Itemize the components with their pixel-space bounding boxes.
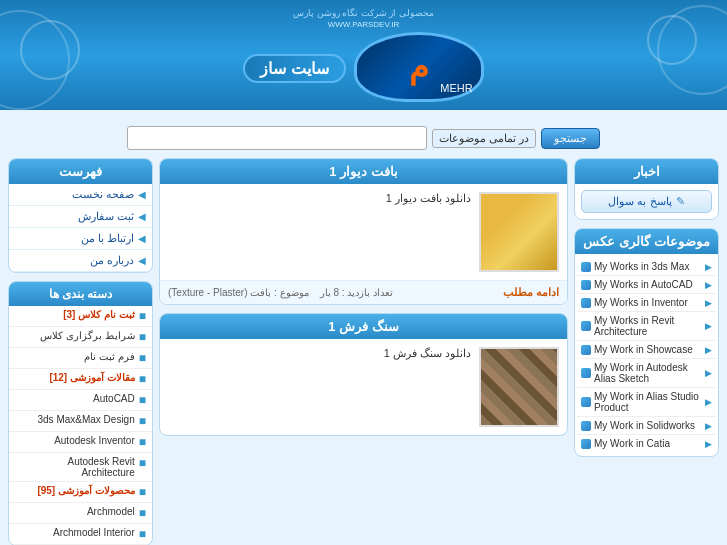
category-item[interactable]: ■AutoCAD (9, 390, 152, 411)
category-label: Archmodel Interior (53, 527, 135, 538)
news-title: اخبار (575, 159, 718, 184)
columns-layout: اخبار ✎ پاسخ به سوال موضوعات گالری عکس M… (8, 158, 719, 545)
menu-item[interactable]: ◀ارتباط با من (9, 228, 152, 250)
gallery-item-icon: ▶ (705, 321, 712, 331)
header: محصولی از شرکت نگاه روشن پارس WWW.PARSDE… (0, 0, 727, 110)
menu-arrow-icon: ◀ (138, 211, 146, 222)
search-input[interactable] (127, 126, 427, 150)
post-description-1: دانلود بافت دیوار 1 (168, 192, 471, 272)
menu-item[interactable]: ◀ثبت سفارش (9, 206, 152, 228)
gallery-title: موضوعات گالری عکس (575, 229, 718, 254)
categories-title: دسته بندی ها (9, 282, 152, 306)
news-content: ✎ پاسخ به سوال (575, 184, 718, 219)
menu-item-label: ارتباط با من (81, 232, 134, 245)
gallery-item-icon: ▶ (705, 439, 712, 449)
category-dot-icon: ■ (139, 309, 146, 323)
gallery-dot (581, 298, 591, 308)
post-thumbnail-1 (479, 192, 559, 272)
gallery-list-item[interactable]: My Work in Showcase▶ (577, 341, 716, 359)
category-dot-icon: ■ (139, 414, 146, 428)
category-label: Autodesk Inventor (54, 435, 135, 446)
menu-arrow-icon: ◀ (138, 189, 146, 200)
gallery-dot (581, 368, 591, 378)
logo-mehr-text: م (409, 48, 429, 86)
category-dot-icon: ■ (139, 527, 146, 541)
center-content: بافت دیوار 1 دانلود بافت دیوار 1 ادامه م… (159, 158, 568, 545)
search-bar: جستجو در تمامی موضوعات (8, 118, 719, 158)
category-item[interactable]: ■فرم ثبت نام (9, 348, 152, 369)
gallery-list-item[interactable]: My Works in AutoCAD▶ (577, 276, 716, 294)
category-dot-icon: ■ (139, 393, 146, 407)
category-dot-icon: ■ (139, 372, 146, 386)
category-item[interactable]: ■مقالات آموزشی [12] (9, 369, 152, 390)
category-item[interactable]: ■شرایط برگزاری کلاس (9, 327, 152, 348)
gallery-list-item[interactable]: My Work in Solidworks▶ (577, 417, 716, 435)
category-item[interactable]: ■محصولات آموزشی [95] (9, 482, 152, 503)
gallery-list-item[interactable]: My Work in Alias Studio Product▶ (577, 388, 716, 417)
news-box: اخبار ✎ پاسخ به سوال (574, 158, 719, 220)
gallery-dot (581, 280, 591, 290)
menu-arrow-icon: ◀ (138, 233, 146, 244)
gallery-dot (581, 321, 591, 331)
gallery-list: My Works in 3ds Max▶My Works in AutoCAD▶… (575, 254, 718, 456)
gallery-box: موضوعات گالری عکس My Works in 3ds Max▶My… (574, 228, 719, 457)
post-description-2: دانلود سنگ فرش 1 (168, 347, 471, 427)
reply-icon: ✎ (676, 195, 685, 208)
parsdev-url: WWW.PARSDEV.IR (243, 20, 483, 29)
logo-mehr-latin: MEHR (440, 82, 472, 94)
post-thumbnail-2 (479, 347, 559, 427)
category-dot-icon: ■ (139, 435, 146, 449)
gallery-dot (581, 345, 591, 355)
post-card-1: بافت دیوار 1 دانلود بافت دیوار 1 ادامه م… (159, 158, 568, 305)
main-container: جستجو در تمامی موضوعات اخبار ✎ پاسخ به س… (0, 110, 727, 545)
category-label: Autodesk Revit Architecture (15, 456, 135, 478)
gallery-item-icon: ▶ (705, 298, 712, 308)
category-dot-icon: ■ (139, 506, 146, 520)
menu-item[interactable]: ◀صفحه نخست (9, 184, 152, 206)
gallery-list-item[interactable]: My Works in Revit Architecture▶ (577, 312, 716, 341)
category-dot-icon: ■ (139, 330, 146, 344)
gallery-list-item[interactable]: My Works in 3ds Max▶ (577, 258, 716, 276)
menu-list: ◀صفحه نخست◀ثبت سفارش◀ارتباط با من◀درباره… (9, 184, 152, 272)
post-title-1: بافت دیوار 1 (160, 159, 567, 184)
gallery-dot (581, 397, 591, 407)
gallery-list-item[interactable]: My Works in Inventor▶ (577, 294, 716, 312)
post-body-1: دانلود بافت دیوار 1 (160, 184, 567, 280)
sidebar-left: اخبار ✎ پاسخ به سوال موضوعات گالری عکس M… (574, 158, 719, 545)
gallery-item-icon: ▶ (705, 262, 712, 272)
continue-link-1[interactable]: ادامه مطلب (503, 286, 559, 299)
news-reply-button[interactable]: ✎ پاسخ به سوال (581, 190, 712, 213)
category-label: شرایط برگزاری کلاس (40, 330, 135, 341)
gallery-dot (581, 421, 591, 431)
company-label: محصولی از شرکت نگاه روشن پارس (243, 8, 483, 18)
category-label: Archmodel (87, 506, 135, 517)
post-card-2: سنگ فرش 1 دانلود سنگ فرش 1 (159, 313, 568, 436)
category-label: محصولات آموزشی [95] (37, 485, 134, 496)
menu-item-label: صفحه نخست (72, 188, 134, 201)
menu-box: فهرست ◀صفحه نخست◀ثبت سفارش◀ارتباط با من◀… (8, 158, 153, 273)
gallery-item-icon: ▶ (705, 397, 712, 407)
search-scope: در تمامی موضوعات (432, 129, 536, 148)
category-item[interactable]: ■Autodesk Revit Architecture (9, 453, 152, 482)
menu-item[interactable]: ◀درباره من (9, 250, 152, 272)
post-body-2: دانلود سنگ فرش 1 (160, 339, 567, 435)
category-item[interactable]: ■ثبت نام کلاس [3] (9, 306, 152, 327)
category-item[interactable]: ■Autodesk Inventor (9, 432, 152, 453)
search-button[interactable]: جستجو (541, 128, 600, 149)
category-item[interactable]: ■Archmodel Interior (9, 524, 152, 545)
post-meta-1: تعداد بازدید : 8 بار موضوع : بافت (Textu… (168, 287, 393, 298)
gallery-dot (581, 439, 591, 449)
gallery-item-icon: ▶ (705, 280, 712, 290)
category-label: مقالات آموزشی [12] (49, 372, 134, 383)
gallery-item-icon: ▶ (705, 345, 712, 355)
category-label: فرم ثبت نام (84, 351, 135, 362)
gallery-list-item[interactable]: My Work in Catia▶ (577, 435, 716, 452)
category-item[interactable]: ■Archmodel (9, 503, 152, 524)
gallery-item-icon: ▶ (705, 421, 712, 431)
logo-sitemaker: سایت ساز (243, 54, 345, 83)
category-item[interactable]: ■3ds Max&Max Design (9, 411, 152, 432)
category-label: AutoCAD (93, 393, 135, 404)
menu-title: فهرست (9, 159, 152, 184)
gallery-list-item[interactable]: My Work in Autodesk Alias Sketch▶ (577, 359, 716, 388)
menu-item-label: درباره من (90, 254, 134, 267)
